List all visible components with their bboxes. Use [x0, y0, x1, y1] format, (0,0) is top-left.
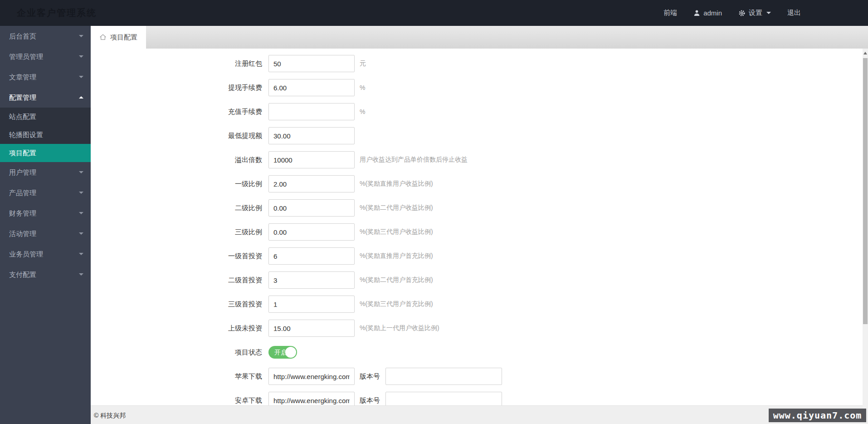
form-row-download: 安卓下载 版本号 — [91, 392, 868, 405]
watermark: www.qiyuan7.com — [769, 409, 866, 422]
sidebar-item-label: 支付配置 — [9, 271, 36, 278]
form-row: 上级未投资 %(奖励上一代用户收益比例) — [91, 320, 868, 337]
withdraw-fee-input[interactable] — [268, 79, 355, 96]
field-label: 溢出倍数 — [91, 156, 268, 164]
field-label: 二级比例 — [91, 204, 268, 212]
android-version-input[interactable] — [385, 392, 502, 405]
sidebar-item-label: 业务员管理 — [9, 250, 43, 258]
field-hint: %(奖励三代用户收益比例) — [360, 228, 433, 236]
username-label: admin — [703, 9, 722, 17]
overflow-multiple-input[interactable] — [268, 151, 355, 168]
sidebar-item-product-mgmt[interactable]: 产品管理 — [0, 182, 91, 203]
version-label: 版本号 — [360, 372, 380, 381]
chevron-down-icon — [79, 273, 83, 276]
level3-first-invest-input[interactable] — [268, 296, 355, 313]
field-label: 注册红包 — [91, 59, 268, 68]
form-row: 二级比例 %(奖励二代用户收益比例) — [91, 199, 868, 217]
field-hint: 用户收益达到产品单价倍数后停止收益 — [360, 156, 468, 164]
tab-label: 项目配置 — [110, 33, 137, 42]
frontend-link-label: 前端 — [663, 9, 677, 17]
min-withdraw-input[interactable] — [268, 127, 355, 144]
project-status-toggle[interactable]: 开启 — [268, 346, 297, 359]
chevron-down-icon — [79, 192, 83, 194]
topbar: 企业客户管理系统 前端 admin 设置 退出 — [0, 0, 868, 26]
form-row: 三级首投资 %(奖励三代用户首充比例) — [91, 296, 868, 313]
settings-menu[interactable]: 设置 — [738, 9, 771, 17]
home-icon — [99, 34, 107, 41]
form-row: 三级比例 %(奖励三代用户收益比例) — [91, 223, 868, 241]
sidebar-item-config-mgmt[interactable]: 配置管理 — [0, 87, 91, 108]
version-label: 版本号 — [360, 396, 380, 405]
sidebar-item-home[interactable]: 后台首页 — [0, 26, 91, 46]
chevron-down-icon — [79, 76, 83, 78]
logout-label: 退出 — [787, 9, 801, 17]
sidebar-item-article-mgmt[interactable]: 文章管理 — [0, 67, 91, 87]
logout-link[interactable]: 退出 — [787, 9, 801, 17]
field-label: 二级首投资 — [91, 276, 268, 285]
topbar-nav: 前端 admin 设置 退出 — [663, 9, 868, 17]
form-row: 二级首投资 %(奖励二代用户首充比例) — [91, 271, 868, 289]
field-label: 提现手续费 — [91, 84, 268, 92]
sidebar-item-admin-mgmt[interactable]: 管理员管理 — [0, 46, 91, 67]
ios-download-url-input[interactable] — [268, 368, 355, 385]
sidebar-item-finance-mgmt[interactable]: 财务管理 — [0, 203, 91, 223]
footer: © 科技兴邦 — [91, 405, 868, 424]
field-label: 苹果下载 — [91, 372, 268, 381]
field-hint: %(奖励三代用户首充比例) — [360, 300, 433, 308]
field-hint: %(奖励直推用户收益比例) — [360, 180, 433, 188]
form-row: 一级首投资 %(奖励直推用户首充比例) — [91, 247, 868, 265]
field-suffix: 元 — [360, 59, 366, 68]
vertical-scrollbar[interactable] — [863, 49, 868, 421]
frontend-link[interactable]: 前端 — [663, 9, 677, 17]
android-download-url-input[interactable] — [268, 392, 355, 405]
submenu-item-label: 项目配置 — [9, 149, 36, 157]
sidebar-item-user-mgmt[interactable]: 用户管理 — [0, 162, 91, 182]
recharge-fee-input[interactable] — [268, 103, 355, 120]
sidebar-item-label: 管理员管理 — [9, 53, 43, 60]
chevron-down-icon — [79, 253, 83, 255]
submenu-item-site-config[interactable]: 站点配置 — [0, 108, 91, 126]
submenu-item-label: 轮播图设置 — [9, 131, 43, 138]
level2-ratio-input[interactable] — [268, 199, 355, 217]
form-row-download: 苹果下载 版本号 — [91, 368, 868, 385]
scrollbar-thumb[interactable] — [863, 58, 868, 324]
field-label: 充值手续费 — [91, 108, 268, 116]
field-hint: %(奖励直推用户首充比例) — [360, 252, 433, 260]
sidebar-item-label: 活动管理 — [9, 230, 36, 237]
field-label: 项目状态 — [91, 348, 268, 357]
chevron-up-icon — [79, 96, 83, 99]
chevron-down-icon — [766, 12, 771, 14]
tabbar: 项目配置 — [91, 26, 868, 49]
watermark-text: www.qiyuan7.com — [773, 410, 862, 421]
sidebar-item-label: 后台首页 — [9, 32, 36, 40]
sidebar-item-activity-mgmt[interactable]: 活动管理 — [0, 223, 91, 244]
app-logo: 企业客户管理系统 — [17, 7, 97, 19]
submenu-item-label: 站点配置 — [9, 113, 36, 120]
level1-ratio-input[interactable] — [268, 175, 355, 192]
scrollbar-up-arrow-icon[interactable] — [863, 52, 867, 54]
copyright-text: © 科技兴邦 — [91, 406, 868, 420]
level3-ratio-input[interactable] — [268, 223, 355, 241]
ios-version-input[interactable] — [385, 368, 502, 385]
field-label: 一级首投资 — [91, 252, 268, 261]
form-row-status: 项目状态 开启 — [91, 344, 868, 361]
field-label: 三级比例 — [91, 228, 268, 237]
level2-first-invest-input[interactable] — [268, 271, 355, 289]
tab-project-config[interactable]: 项目配置 — [91, 26, 146, 49]
sidebar-item-salesman-mgmt[interactable]: 业务员管理 — [0, 244, 91, 264]
settings-label: 设置 — [749, 9, 762, 17]
parent-no-invest-input[interactable] — [268, 320, 355, 337]
user-menu[interactable]: admin — [693, 9, 722, 17]
field-suffix: % — [360, 108, 365, 115]
chevron-down-icon — [79, 55, 83, 58]
submenu-item-project-config[interactable]: 项目配置 — [0, 144, 91, 162]
submenu-item-carousel-config[interactable]: 轮播图设置 — [0, 126, 91, 144]
register-redpacket-input[interactable] — [268, 55, 355, 72]
sidebar-item-payment-config[interactable]: 支付配置 — [0, 264, 91, 285]
field-hint: %(奖励二代用户首充比例) — [360, 276, 433, 284]
field-hint: %(奖励二代用户收益比例) — [360, 204, 433, 212]
sidebar-item-label: 财务管理 — [9, 209, 36, 217]
level1-first-invest-input[interactable] — [268, 247, 355, 265]
sidebar-item-label: 配置管理 — [9, 94, 36, 101]
chevron-down-icon — [79, 171, 83, 173]
